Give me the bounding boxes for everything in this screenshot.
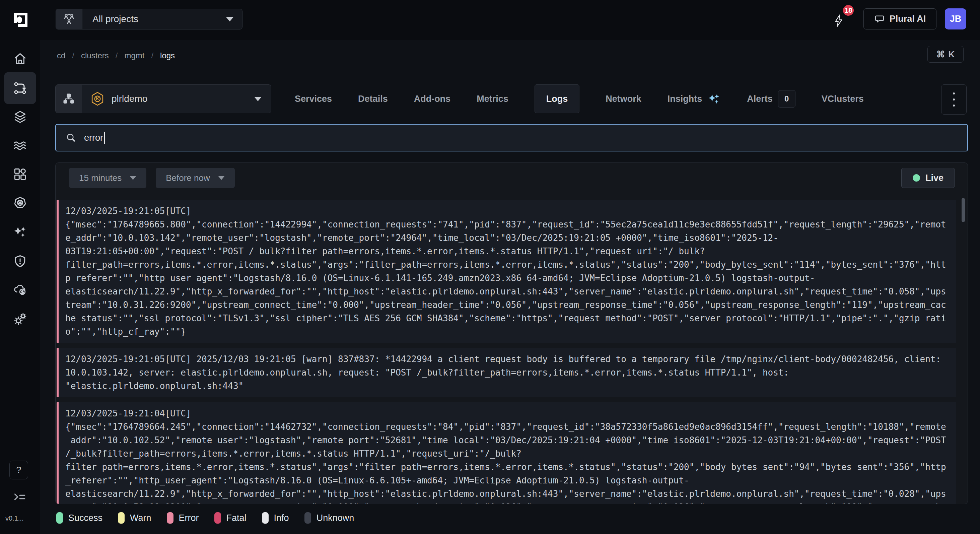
sidebar-item-cd[interactable] xyxy=(13,81,27,96)
terminal-button[interactable] xyxy=(12,490,28,505)
log-panel: 15 minutes Before now Live 12/03/2025-19… xyxy=(55,163,968,504)
chevron-down-icon xyxy=(218,176,225,180)
sidebar-item-cost[interactable] xyxy=(13,282,27,297)
kubernetes-icon xyxy=(13,196,27,210)
log-entry[interactable]: 12/03/2025-19:21:05[UTC] {"msec":"176478… xyxy=(57,200,956,343)
command-icon: ⌘ xyxy=(937,49,945,60)
anchor-select[interactable]: Before now xyxy=(156,168,235,188)
log-entry[interactable]: 12/03/2025-19:21:05[UTC] 2025/12/03 19:2… xyxy=(57,348,956,397)
legend-swatch xyxy=(214,512,221,524)
sidebar-item-settings[interactable] xyxy=(13,312,27,326)
live-indicator-dot xyxy=(913,174,920,182)
log-entry-text: 12/03/2025-19:21:05[UTC] 2025/12/03 19:2… xyxy=(65,352,950,393)
tab-insights[interactable]: Insights xyxy=(668,92,721,105)
kebab-icon xyxy=(953,92,955,94)
home-icon xyxy=(13,51,27,66)
log-entry-text: 12/03/2025-19:21:04[UTC] {"msec":"176478… xyxy=(65,407,950,504)
top-bar: All projects 18 Plural AI JB xyxy=(0,0,980,40)
breadcrumb-mgmt[interactable]: mgmt xyxy=(124,51,144,60)
chevron-down-icon xyxy=(130,176,136,180)
legend-item-warn: Warn xyxy=(118,512,151,524)
chat-bubble-icon xyxy=(874,14,885,24)
legend-label: Error xyxy=(179,513,199,523)
tab-alerts[interactable]: Alerts 0 xyxy=(747,90,795,108)
vertical-scrollbar[interactable] xyxy=(962,198,965,222)
tab-network[interactable]: Network xyxy=(606,94,641,104)
plural-logo[interactable] xyxy=(13,11,29,28)
project-group-icon xyxy=(56,9,83,29)
breadcrumb-separator: / xyxy=(72,51,74,60)
severity-stripe-error xyxy=(57,348,59,397)
severity-legend: Success Warn Error Fatal Info Unknown xyxy=(56,510,354,525)
legend-swatch xyxy=(262,512,269,524)
sidebar-item-kubernetes[interactable] xyxy=(13,196,27,210)
time-range-value: 15 minutes xyxy=(79,173,122,183)
terminal-icon xyxy=(12,490,28,505)
sparkles-icon xyxy=(707,92,721,105)
user-avatar[interactable]: JB xyxy=(945,8,966,29)
anchor-value: Before now xyxy=(166,173,210,183)
catalog-icon xyxy=(13,167,27,182)
tab-details[interactable]: Details xyxy=(358,94,388,104)
shield-alert-icon xyxy=(13,254,27,269)
log-search-input[interactable]: error xyxy=(55,124,968,151)
text-cursor xyxy=(104,132,105,144)
sidebar-item-catalog[interactable] xyxy=(13,167,27,182)
legend-label: Unknown xyxy=(317,513,354,523)
tab-vclusters[interactable]: VClusters xyxy=(822,94,864,104)
breadcrumb-bar: cd / clusters / mgmt / logs ⌘ K xyxy=(40,40,980,71)
breadcrumb-logs[interactable]: logs xyxy=(160,51,175,60)
tab-services[interactable]: Services xyxy=(295,94,332,104)
legend-item-success: Success xyxy=(56,512,102,524)
breadcrumb-cd[interactable]: cd xyxy=(57,51,65,60)
main-content: cd / clusters / mgmt / logs ⌘ K xyxy=(40,40,980,534)
sidebar-item-home[interactable] xyxy=(13,51,27,66)
sidebar: ? v0.1... xyxy=(0,40,40,534)
tab-insights-label: Insights xyxy=(668,94,702,104)
log-entry[interactable]: 12/03/2025-19:21:04[UTC] {"msec":"176478… xyxy=(57,402,956,504)
legend-swatch xyxy=(304,512,311,524)
legend-label: Warn xyxy=(130,513,151,523)
cluster-distro-icon: K xyxy=(91,91,104,106)
tab-logs[interactable]: Logs xyxy=(535,84,580,113)
more-options-button[interactable] xyxy=(941,84,967,115)
cluster-tree-icon xyxy=(56,85,82,113)
tab-metrics[interactable]: Metrics xyxy=(477,94,508,104)
legend-item-info: Info xyxy=(262,512,289,524)
app-version: v0.1... xyxy=(5,515,24,522)
chevron-down-icon xyxy=(254,97,262,101)
notification-count-badge: 18 xyxy=(842,4,855,17)
sidebar-item-stacks[interactable] xyxy=(13,110,27,124)
project-selector-label: All projects xyxy=(92,14,226,24)
gears-icon xyxy=(13,312,27,326)
tab-add-ons[interactable]: Add-ons xyxy=(414,94,450,104)
cluster-selector[interactable]: K plrldemo xyxy=(55,84,271,113)
sidebar-item-ai[interactable] xyxy=(13,225,27,239)
plural-ai-label: Plural AI xyxy=(889,14,926,24)
waves-icon xyxy=(13,139,27,153)
legend-item-error: Error xyxy=(167,512,199,524)
sidebar-item-flows[interactable] xyxy=(13,139,27,153)
command-palette-shortcut[interactable]: ⌘ K xyxy=(928,46,964,63)
legend-item-fatal: Fatal xyxy=(214,512,247,524)
cluster-name: plrldemo xyxy=(111,94,254,104)
live-toggle-button[interactable]: Live xyxy=(901,168,955,188)
legend-label: Success xyxy=(68,513,102,523)
legend-item-unknown: Unknown xyxy=(304,512,354,524)
time-range-select[interactable]: 15 minutes xyxy=(69,168,146,188)
pipeline-icon xyxy=(13,81,27,96)
breadcrumb-separator: / xyxy=(116,51,118,60)
search-input-value: error xyxy=(84,133,103,143)
project-selector[interactable]: All projects xyxy=(56,9,242,29)
plural-ai-button[interactable]: Plural AI xyxy=(864,8,937,29)
legend-swatch xyxy=(167,512,173,524)
sidebar-item-security[interactable] xyxy=(13,254,27,269)
legend-swatch xyxy=(118,512,125,524)
breadcrumb-clusters[interactable]: clusters xyxy=(81,51,109,60)
notifications-button[interactable]: 18 xyxy=(831,11,851,32)
tab-alerts-label: Alerts xyxy=(747,94,773,104)
legend-label: Fatal xyxy=(226,513,247,523)
help-button[interactable]: ? xyxy=(10,461,28,480)
shortcut-key: K xyxy=(948,49,955,60)
svg-text:K: K xyxy=(96,96,99,101)
